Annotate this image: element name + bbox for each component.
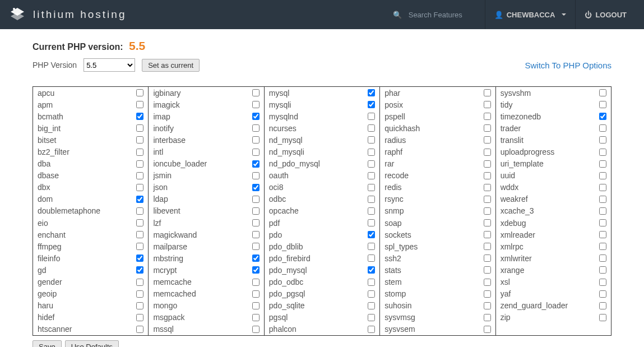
extension-checkbox[interactable] [136, 255, 143, 262]
extension-checkbox[interactable] [136, 136, 143, 144]
extension-checkbox[interactable] [252, 255, 260, 262]
extension-checkbox[interactable] [368, 279, 375, 286]
switch-to-php-options-link[interactable]: Switch To PHP Options [525, 61, 611, 70]
extension-checkbox[interactable] [368, 231, 375, 238]
extension-checkbox[interactable] [368, 172, 375, 179]
extension-checkbox[interactable] [368, 184, 375, 191]
extension-checkbox[interactable] [252, 172, 260, 179]
extension-checkbox[interactable] [599, 255, 606, 262]
extension-checkbox[interactable] [484, 196, 491, 203]
extension-checkbox[interactable] [136, 124, 143, 132]
search-input[interactable] [409, 11, 476, 19]
extension-checkbox[interactable] [252, 326, 260, 333]
set-as-current-button[interactable]: Set as current [142, 59, 200, 72]
extension-checkbox[interactable] [136, 160, 143, 168]
extension-checkbox[interactable] [484, 231, 491, 238]
extension-checkbox[interactable] [368, 136, 375, 144]
extension-checkbox[interactable] [136, 290, 143, 298]
extension-checkbox[interactable] [599, 113, 606, 120]
extension-checkbox[interactable] [252, 149, 260, 156]
extension-checkbox[interactable] [252, 136, 260, 144]
extension-checkbox[interactable] [368, 266, 375, 274]
extension-checkbox[interactable] [484, 255, 491, 262]
extension-checkbox[interactable] [599, 243, 606, 250]
search-box[interactable]: 🔍 [384, 0, 485, 29]
brand[interactable]: lithium hosting [8, 6, 126, 24]
extension-checkbox[interactable] [252, 266, 260, 274]
extension-checkbox[interactable] [136, 219, 143, 226]
extension-checkbox[interactable] [599, 219, 606, 226]
extension-checkbox[interactable] [252, 314, 260, 321]
extension-checkbox[interactable] [484, 279, 491, 286]
extension-checkbox[interactable] [599, 160, 606, 168]
extension-checkbox[interactable] [599, 172, 606, 179]
user-menu[interactable]: 👤 CHEWBACCA [485, 0, 576, 29]
extension-checkbox[interactable] [484, 326, 491, 333]
extension-checkbox[interactable] [252, 196, 260, 203]
extension-checkbox[interactable] [136, 89, 143, 96]
extension-checkbox[interactable] [368, 113, 375, 120]
extension-checkbox[interactable] [368, 243, 375, 250]
extension-checkbox[interactable] [368, 160, 375, 168]
extension-checkbox[interactable] [484, 149, 491, 156]
extension-checkbox[interactable] [252, 207, 260, 215]
extension-checkbox[interactable] [484, 184, 491, 191]
extension-checkbox[interactable] [599, 279, 606, 286]
extension-checkbox[interactable] [599, 101, 606, 108]
use-defaults-button[interactable]: Use Defaults [65, 340, 119, 347]
extension-checkbox[interactable] [599, 266, 606, 274]
extension-checkbox[interactable] [484, 113, 491, 120]
extension-checkbox[interactable] [368, 219, 375, 226]
extension-checkbox[interactable] [136, 184, 143, 191]
extension-checkbox[interactable] [484, 101, 491, 108]
extension-checkbox[interactable] [599, 184, 606, 191]
extension-checkbox[interactable] [368, 207, 375, 215]
extension-checkbox[interactable] [136, 231, 143, 238]
extension-checkbox[interactable] [252, 219, 260, 226]
extension-checkbox[interactable] [599, 302, 606, 309]
extension-checkbox[interactable] [484, 314, 491, 321]
extension-checkbox[interactable] [484, 266, 491, 274]
extension-checkbox[interactable] [136, 207, 143, 215]
extension-checkbox[interactable] [252, 89, 260, 96]
extension-checkbox[interactable] [252, 184, 260, 191]
extension-checkbox[interactable] [136, 302, 143, 309]
extension-checkbox[interactable] [484, 172, 491, 179]
extension-checkbox[interactable] [252, 160, 260, 168]
extension-checkbox[interactable] [252, 279, 260, 286]
extension-checkbox[interactable] [136, 314, 143, 321]
extension-checkbox[interactable] [136, 266, 143, 274]
extension-checkbox[interactable] [252, 124, 260, 132]
extension-checkbox[interactable] [368, 326, 375, 333]
extension-checkbox[interactable] [252, 113, 260, 120]
extension-checkbox[interactable] [368, 290, 375, 298]
extension-checkbox[interactable] [484, 89, 491, 96]
extension-checkbox[interactable] [484, 290, 491, 298]
extension-checkbox[interactable] [484, 243, 491, 250]
extension-checkbox[interactable] [484, 207, 491, 215]
extension-checkbox[interactable] [599, 124, 606, 132]
extension-checkbox[interactable] [599, 290, 606, 298]
extension-checkbox[interactable] [484, 219, 491, 226]
extension-checkbox[interactable] [136, 172, 143, 179]
extension-checkbox[interactable] [484, 124, 491, 132]
extension-checkbox[interactable] [368, 196, 375, 203]
extension-checkbox[interactable] [484, 302, 491, 309]
extension-checkbox[interactable] [136, 196, 143, 203]
extension-checkbox[interactable] [599, 207, 606, 215]
logout-button[interactable]: ⏻ LOGOUT [575, 0, 636, 29]
extension-checkbox[interactable] [252, 302, 260, 309]
extension-checkbox[interactable] [599, 89, 606, 96]
extension-checkbox[interactable] [599, 231, 606, 238]
extension-checkbox[interactable] [252, 243, 260, 250]
extension-checkbox[interactable] [599, 149, 606, 156]
extension-checkbox[interactable] [599, 314, 606, 321]
extension-checkbox[interactable] [368, 101, 375, 108]
extension-checkbox[interactable] [484, 160, 491, 168]
php-version-select[interactable]: 5.5 [84, 58, 135, 72]
extension-checkbox[interactable] [368, 314, 375, 321]
extension-checkbox[interactable] [136, 279, 143, 286]
extension-checkbox[interactable] [136, 326, 143, 333]
extension-checkbox[interactable] [136, 113, 143, 120]
extension-checkbox[interactable] [252, 231, 260, 238]
